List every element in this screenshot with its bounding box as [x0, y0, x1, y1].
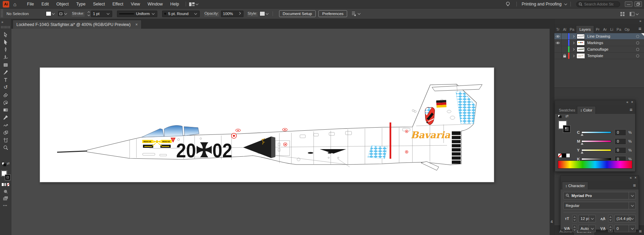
- menu-view[interactable]: View: [127, 0, 144, 8]
- menu-select[interactable]: Select: [89, 0, 109, 8]
- lightbulb-icon[interactable]: [505, 1, 510, 7]
- menu-file[interactable]: File: [23, 0, 38, 8]
- tracking-stepper[interactable]: [608, 225, 613, 232]
- magenta-slider[interactable]: [581, 140, 611, 142]
- eraser-tool[interactable]: [2, 91, 10, 99]
- menu-edit[interactable]: Edit: [38, 0, 53, 8]
- kerning-stepper[interactable]: [572, 225, 577, 232]
- layer-thumbnail[interactable]: [577, 34, 585, 39]
- menu-window[interactable]: Window: [144, 0, 166, 8]
- tab-libraries[interactable]: Li: [608, 26, 615, 33]
- black-slider[interactable]: [581, 158, 611, 160]
- layer-name[interactable]: Markings: [587, 41, 636, 45]
- style-dropdown-button[interactable]: [629, 202, 635, 209]
- rotate-tool[interactable]: ↺: [2, 83, 10, 91]
- stroke-weight-field[interactable]: 1 pt: [91, 11, 112, 17]
- panel-grip[interactable]: [1, 10, 3, 18]
- width-profile-dropdown[interactable]: Uniform: [117, 11, 157, 17]
- layer-thumbnail[interactable]: [577, 53, 585, 58]
- yellow-slider[interactable]: [581, 149, 611, 151]
- brush-definition-dropdown[interactable]: 5 pt. Round: [162, 11, 200, 17]
- layer-name[interactable]: Template: [587, 54, 636, 58]
- align-options-icon[interactable]: [351, 11, 357, 16]
- font-size-stepper[interactable]: [572, 215, 577, 222]
- swap-colors-icon[interactable]: ⇄: [7, 161, 10, 165]
- target-circle[interactable]: [636, 48, 639, 51]
- tab-pattern[interactable]: Pa: [615, 26, 623, 33]
- fill-color-swatch[interactable]: [46, 11, 51, 16]
- collapse-dock-icon[interactable]: »: [639, 19, 641, 23]
- expand-tools-icon[interactable]: »: [1, 20, 3, 24]
- opacity-field[interactable]: 100%: [221, 11, 244, 17]
- leading-stepper[interactable]: [608, 215, 613, 222]
- selection-tool[interactable]: [2, 31, 10, 38]
- stroke-label[interactable]: Stroke:: [72, 11, 84, 16]
- panel-menu-icon[interactable]: ≡: [633, 183, 636, 188]
- artboard[interactable]: RESCUE RESCUE 20 02: [40, 67, 494, 182]
- collapsed-dock-strip[interactable]: 4: [550, 19, 554, 235]
- touch-workspace-icon[interactable]: [620, 12, 625, 16]
- visibility-toggle[interactable]: [554, 40, 562, 46]
- illustrator-logo-icon[interactable]: Ai: [3, 1, 9, 8]
- close-panel-icon[interactable]: ×: [631, 100, 633, 104]
- gradient-button[interactable]: [4, 183, 7, 186]
- swap-fill-stroke-mini[interactable]: ⇄: [2, 162, 9, 167]
- none-swatch[interactable]: [558, 153, 562, 158]
- tab-properties[interactable]: Pr: [594, 26, 601, 33]
- tab-align[interactable]: Al: [561, 26, 568, 33]
- none-button[interactable]: [7, 183, 10, 186]
- collapse-panel-icon[interactable]: «: [630, 176, 632, 180]
- search-input[interactable]: [583, 2, 614, 6]
- menu-help[interactable]: Help: [167, 0, 183, 8]
- screen-mode-icon[interactable]: [3, 196, 8, 202]
- font-family-field[interactable]: Myriad Pro: [563, 192, 636, 199]
- tab-options[interactable]: Op: [623, 26, 631, 33]
- stroke-color-swatch[interactable]: [58, 11, 64, 16]
- tab-color[interactable]: ↕ Color: [577, 106, 596, 114]
- expand-layer-icon[interactable]: [571, 53, 575, 59]
- arrange-documents-icon[interactable]: [189, 2, 199, 6]
- panel-menu-icon[interactable]: ≡: [630, 107, 632, 113]
- color-spectrum-bar[interactable]: [558, 160, 632, 169]
- slider-thumb[interactable]: [581, 142, 583, 145]
- visibility-toggle[interactable]: [554, 53, 562, 59]
- paintbrush-tool[interactable]: [2, 68, 10, 76]
- tracking-field[interactable]: 0: [614, 225, 636, 232]
- fill-stroke-control[interactable]: [1, 170, 10, 180]
- minimize-button[interactable]: —: [625, 1, 632, 7]
- tab-transparency[interactable]: Tr: [554, 26, 561, 33]
- curvature-tool[interactable]: [2, 53, 10, 61]
- dock-panel-icon[interactable]: [630, 12, 634, 16]
- restore-window-button[interactable]: [634, 1, 642, 7]
- home-icon[interactable]: ⌂: [13, 1, 16, 7]
- panel-header[interactable]: « ×: [555, 100, 635, 105]
- font-dropdown-button[interactable]: [629, 192, 635, 199]
- tab-layers[interactable]: Layers: [576, 25, 594, 33]
- opacity-label[interactable]: Opacity:: [205, 11, 219, 16]
- style-label[interactable]: Style:: [248, 11, 258, 16]
- magenta-value-field[interactable]: 0: [615, 138, 626, 145]
- layer-name[interactable]: Line Drawing: [587, 34, 636, 38]
- shaper-tool[interactable]: [2, 99, 10, 106]
- layer-row-camouflage[interactable]: Camouflage: [554, 46, 644, 53]
- panel-header[interactable]: « ×: [561, 176, 639, 181]
- layer-row-template[interactable]: Template: [554, 53, 644, 59]
- menu-effect[interactable]: Effect: [109, 0, 127, 8]
- tab-swatches[interactable]: Swatches: [557, 106, 577, 114]
- edit-toolbar-ellipsis-icon[interactable]: •••: [3, 204, 7, 207]
- slider-thumb[interactable]: [581, 133, 583, 136]
- expand-layer-icon[interactable]: [571, 33, 575, 39]
- stroke-color-box[interactable]: [5, 175, 10, 180]
- tab-character[interactable]: ↕ Character: [562, 182, 588, 190]
- shape-builder-tool[interactable]: [2, 129, 10, 136]
- visibility-toggle[interactable]: [554, 46, 562, 52]
- gradient-tool[interactable]: [2, 106, 10, 114]
- lock-toggle[interactable]: [562, 40, 568, 46]
- layer-thumbnail[interactable]: [577, 40, 585, 45]
- pen-tool[interactable]: [2, 46, 10, 53]
- layer-thumbnail[interactable]: [577, 47, 585, 52]
- white-swatch[interactable]: [566, 153, 570, 158]
- eyedropper-tool[interactable]: [2, 114, 10, 121]
- collapse-panel-icon[interactable]: «: [627, 100, 629, 104]
- expand-layer-icon[interactable]: [571, 40, 575, 46]
